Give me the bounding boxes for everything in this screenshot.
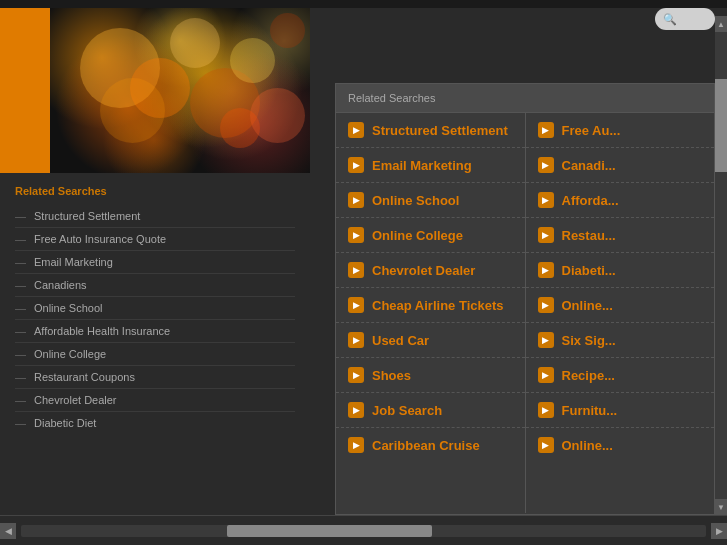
- left-search-item[interactable]: — Affordable Health Insurance: [15, 320, 295, 343]
- right-arrow-icon: ▶: [538, 122, 554, 138]
- arrow-icon: —: [15, 233, 26, 245]
- left-search-item[interactable]: — Online College: [15, 343, 295, 366]
- right-arrow-icon: ▶: [348, 157, 364, 173]
- right-search-text: Caribbean Cruise: [372, 438, 480, 453]
- right-arrow-icon: ▶: [348, 227, 364, 243]
- right-panel-left-col: ▶ Structured Settlement ▶ Email Marketin…: [336, 113, 526, 513]
- right-search-text: Diabeti...: [562, 263, 616, 278]
- right-search-text: Six Sig...: [562, 333, 616, 348]
- right-arrow-icon: ▶: [348, 297, 364, 313]
- horizontal-scrollbar[interactable]: [21, 525, 706, 537]
- right-search-text: Shoes: [372, 368, 411, 383]
- right-arrow-icon: ▶: [348, 437, 364, 453]
- right-search-text: Email Marketing: [372, 158, 472, 173]
- right-panel: Related Searches ▶ Structured Settlement…: [335, 83, 715, 515]
- left-search-item[interactable]: — Email Marketing: [15, 251, 295, 274]
- scroll-thumb[interactable]: [715, 79, 727, 172]
- right-search-text: Online College: [372, 228, 463, 243]
- right-search-item[interactable]: ▶ Furnitu...: [526, 393, 715, 428]
- right-arrow-icon: ▶: [538, 402, 554, 418]
- search-item-text: Online College: [34, 348, 106, 360]
- right-search-text: Restau...: [562, 228, 616, 243]
- left-search-item[interactable]: — Diabetic Diet: [15, 412, 295, 434]
- right-search-item[interactable]: ▶ Restau...: [526, 218, 715, 253]
- right-search-item[interactable]: ▶ Cheap Airline Tickets: [336, 288, 525, 323]
- arrow-icon: —: [15, 279, 26, 291]
- arrow-icon: —: [15, 210, 26, 222]
- right-arrow-icon: ▶: [538, 157, 554, 173]
- left-search-list: — Structured Settlement — Free Auto Insu…: [15, 205, 295, 434]
- right-search-item[interactable]: ▶ Afforda...: [526, 183, 715, 218]
- right-search-item[interactable]: ▶ Caribbean Cruise: [336, 428, 525, 462]
- right-panel-right-col: ▶ Free Au... ▶ Canadi... ▶ Afforda... ▶ …: [526, 113, 715, 513]
- right-search-item[interactable]: ▶ Free Au...: [526, 113, 715, 148]
- right-search-text: Online School: [372, 193, 459, 208]
- scroll-up-button[interactable]: ▲: [715, 16, 727, 32]
- left-search-item[interactable]: — Online School: [15, 297, 295, 320]
- right-search-text: Chevrolet Dealer: [372, 263, 475, 278]
- right-arrow-icon: ▶: [538, 297, 554, 313]
- right-search-item[interactable]: ▶ Used Car: [336, 323, 525, 358]
- top-bar: [0, 0, 727, 8]
- search-item-text: Diabetic Diet: [34, 417, 96, 429]
- right-arrow-icon: ▶: [538, 192, 554, 208]
- right-search-text: Recipe...: [562, 368, 615, 383]
- search-item-text: Chevrolet Dealer: [34, 394, 117, 406]
- right-arrow-icon: ▶: [538, 437, 554, 453]
- right-search-text: Canadi...: [562, 158, 616, 173]
- right-arrow-icon: ▶: [348, 192, 364, 208]
- right-search-item[interactable]: ▶ Job Search: [336, 393, 525, 428]
- arrow-icon: —: [15, 417, 26, 429]
- right-search-text: Online...: [562, 298, 613, 313]
- bokeh-bg: [50, 8, 310, 173]
- right-arrow-icon: ▶: [538, 367, 554, 383]
- left-panel: Related Searches — Structured Settlement…: [0, 8, 310, 545]
- scroll-left-button[interactable]: ◀: [0, 523, 16, 539]
- vertical-scrollbar[interactable]: ▲ ▼: [715, 16, 727, 515]
- right-arrow-icon: ▶: [348, 122, 364, 138]
- search-item-text: Affordable Health Insurance: [34, 325, 170, 337]
- arrow-icon: —: [15, 325, 26, 337]
- right-panel-header: Related Searches: [336, 84, 714, 113]
- horizontal-scroll-thumb[interactable]: [227, 525, 433, 537]
- scroll-right-button[interactable]: ▶: [711, 523, 727, 539]
- right-arrow-icon: ▶: [538, 262, 554, 278]
- right-search-text: Furnitu...: [562, 403, 618, 418]
- left-sidebar: Related Searches — Structured Settlement…: [0, 173, 310, 545]
- search-item-text: Restaurant Coupons: [34, 371, 135, 383]
- hero-image: [0, 8, 310, 173]
- right-search-item[interactable]: ▶ Online...: [526, 428, 715, 462]
- orange-bar: [0, 8, 50, 173]
- right-search-item[interactable]: ▶ Online College: [336, 218, 525, 253]
- left-search-item[interactable]: — Chevrolet Dealer: [15, 389, 295, 412]
- scroll-down-button[interactable]: ▼: [715, 499, 727, 515]
- right-search-item[interactable]: ▶ Six Sig...: [526, 323, 715, 358]
- right-search-item[interactable]: ▶ Chevrolet Dealer: [336, 253, 525, 288]
- right-search-item[interactable]: ▶ Diabeti...: [526, 253, 715, 288]
- page-wrapper: 🔍: [0, 0, 727, 545]
- left-search-item[interactable]: — Canadiens: [15, 274, 295, 297]
- right-search-item[interactable]: ▶ Structured Settlement: [336, 113, 525, 148]
- arrow-icon: —: [15, 371, 26, 383]
- bottom-bar: ◀ ▶: [0, 515, 727, 545]
- left-related-searches-title: Related Searches: [15, 185, 295, 197]
- left-search-item[interactable]: — Structured Settlement: [15, 205, 295, 228]
- right-arrow-icon: ▶: [348, 262, 364, 278]
- arrow-icon: —: [15, 394, 26, 406]
- right-search-item[interactable]: ▶ Online School: [336, 183, 525, 218]
- right-search-text: Online...: [562, 438, 613, 453]
- right-search-item[interactable]: ▶ Recipe...: [526, 358, 715, 393]
- right-search-text: Free Au...: [562, 123, 621, 138]
- left-search-item[interactable]: — Restaurant Coupons: [15, 366, 295, 389]
- right-search-item[interactable]: ▶ Online...: [526, 288, 715, 323]
- right-search-item[interactable]: ▶ Email Marketing: [336, 148, 525, 183]
- right-arrow-icon: ▶: [348, 332, 364, 348]
- right-arrow-icon: ▶: [538, 332, 554, 348]
- arrow-icon: —: [15, 302, 26, 314]
- right-search-item[interactable]: ▶ Canadi...: [526, 148, 715, 183]
- right-search-item[interactable]: ▶ Shoes: [336, 358, 525, 393]
- arrow-icon: —: [15, 256, 26, 268]
- left-search-item[interactable]: — Free Auto Insurance Quote: [15, 228, 295, 251]
- right-search-text: Job Search: [372, 403, 442, 418]
- scroll-track: [715, 32, 727, 499]
